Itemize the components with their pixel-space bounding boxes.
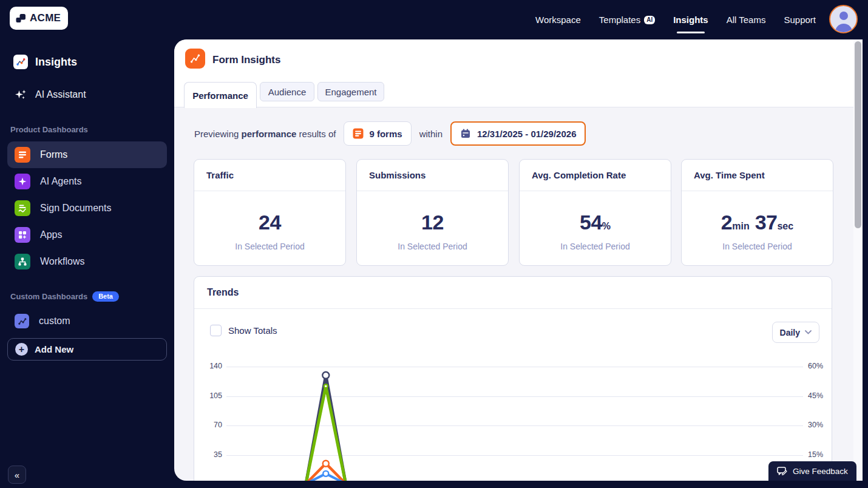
stat-subtitle: In Selected Period bbox=[235, 242, 304, 251]
chevron-double-left-icon: « bbox=[15, 470, 19, 480]
add-new-button[interactable]: + Add New bbox=[7, 338, 167, 361]
sidebar-item-workflows[interactable]: Workflows bbox=[7, 248, 167, 275]
person-icon bbox=[831, 7, 856, 32]
show-totals-checkbox[interactable] bbox=[210, 325, 222, 336]
product-dashboards-label: Product Dashboards bbox=[10, 125, 88, 134]
y-axis-left-tick: 70 bbox=[199, 421, 222, 429]
stat-subtitle: In Selected Period bbox=[722, 242, 792, 251]
interval-select[interactable]: Daily bbox=[772, 322, 819, 343]
scrollbar-thumb[interactable] bbox=[855, 41, 861, 228]
y-axis-left-tick: 105 bbox=[199, 391, 222, 400]
nav-support[interactable]: Support bbox=[784, 15, 816, 25]
gridline bbox=[226, 455, 803, 456]
apps-icon bbox=[15, 227, 30, 243]
sidebar-item-ai-assistant[interactable]: AI Assistant bbox=[13, 88, 86, 101]
sidebar-insights-header[interactable]: Insights bbox=[13, 55, 77, 69]
tab-engagement[interactable]: Engagement bbox=[317, 82, 384, 101]
y-axis-left-tick: 35 bbox=[199, 450, 222, 459]
sidebar-item-label: Forms bbox=[40, 149, 67, 160]
feedback-comment-edit-icon bbox=[777, 467, 787, 476]
form-insights-icon bbox=[185, 49, 205, 69]
sidebar-item-forms[interactable]: Forms bbox=[7, 141, 167, 168]
chevron-down-icon bbox=[805, 330, 812, 334]
nav-templates[interactable]: TemplatesAI bbox=[599, 15, 655, 25]
stat-title: Avg. Completion Rate bbox=[520, 160, 671, 191]
y-axis-right-tick: 45% bbox=[808, 391, 823, 400]
sparkles-icon bbox=[13, 88, 28, 101]
top-bar: ACME Workspace TemplatesAI Insights All … bbox=[0, 0, 868, 39]
stat-value: 2min 37sec bbox=[721, 211, 793, 237]
sidebar-item-apps[interactable]: Apps bbox=[7, 222, 167, 248]
sidebar-item-label: Apps bbox=[40, 229, 62, 240]
give-feedback-button[interactable]: Give Feedback bbox=[768, 461, 856, 481]
y-axis-left-tick: 140 bbox=[199, 362, 222, 370]
interval-value: Daily bbox=[780, 328, 800, 337]
stat-card-completion-rate: Avg. Completion Rate 54% In Selected Per… bbox=[519, 159, 671, 266]
sidebar-item-sign-documents[interactable]: Sign Documents bbox=[7, 195, 167, 222]
sign-documents-icon bbox=[15, 200, 30, 216]
gridline bbox=[226, 425, 803, 426]
filter-row: Previewing performance results of 9 form… bbox=[194, 121, 586, 146]
logo-text: ACME bbox=[30, 12, 61, 24]
date-range-value: 12/31/2025 - 01/29/2026 bbox=[477, 129, 576, 139]
custom-dashboards-label: Custom Dashboards Beta bbox=[10, 291, 119, 302]
stat-card-time-spent: Avg. Time Spent 2min 37sec In Selected P… bbox=[681, 159, 833, 266]
sidebar-item-label: Workflows bbox=[40, 256, 85, 267]
show-totals-label: Show Totals bbox=[228, 325, 277, 336]
forms-icon bbox=[15, 147, 30, 163]
sidebar: Insights AI Assistant Product Dashboards… bbox=[0, 39, 174, 488]
top-navigation: Workspace TemplatesAI Insights All Teams… bbox=[535, 0, 816, 39]
y-axis-right-tick: 15% bbox=[808, 450, 823, 459]
nav-insights[interactable]: Insights bbox=[673, 15, 708, 25]
sidebar-title: Insights bbox=[35, 56, 77, 69]
nav-all-teams[interactable]: All Teams bbox=[727, 15, 766, 25]
nav-workspace[interactable]: Workspace bbox=[535, 15, 581, 25]
acme-logo-icon bbox=[15, 13, 27, 24]
tab-performance[interactable]: Performance bbox=[184, 82, 257, 108]
show-totals-toggle[interactable]: Show Totals bbox=[210, 325, 277, 336]
stat-subtitle: In Selected Period bbox=[560, 242, 629, 251]
page-title: Form Insights bbox=[212, 54, 280, 66]
stat-subtitle: In Selected Period bbox=[398, 242, 467, 251]
product-dashboards-list: Forms AI Agents Sign Documents Apps Work… bbox=[7, 141, 167, 275]
main-panel: Form Insights Performance Audience Engag… bbox=[174, 39, 863, 481]
sidebar-item-label: Sign Documents bbox=[40, 203, 111, 214]
stat-card-submissions: Submissions 12 In Selected Period bbox=[356, 159, 509, 266]
y-axis-right-tick: 30% bbox=[808, 421, 823, 429]
stat-card-traffic: Traffic 24 In Selected Period bbox=[194, 159, 346, 266]
sidebar-item-ai-agents[interactable]: AI Agents bbox=[7, 168, 167, 195]
calendar-icon bbox=[460, 128, 471, 139]
stat-title: Avg. Time Spent bbox=[682, 160, 833, 191]
sidebar-item-custom[interactable]: custom bbox=[7, 308, 167, 334]
trends-chart bbox=[226, 361, 803, 481]
tab-audience[interactable]: Audience bbox=[260, 82, 314, 101]
scrollbar-track[interactable] bbox=[853, 39, 863, 481]
stat-value: 12 bbox=[421, 211, 444, 237]
filter-description: Previewing performance results of bbox=[194, 129, 336, 139]
custom-dashboard-icon bbox=[15, 314, 29, 328]
sidebar-item-label: custom bbox=[39, 316, 70, 327]
form-icon bbox=[353, 128, 364, 139]
sidebar-collapse-button[interactable]: « bbox=[8, 466, 26, 484]
sidebar-item-label: AI Agents bbox=[40, 176, 82, 187]
date-range-picker[interactable]: 12/31/2025 - 01/29/2026 bbox=[450, 121, 586, 146]
stat-value: 54% bbox=[580, 211, 611, 237]
insights-logo-icon bbox=[13, 55, 28, 69]
forms-selector-value: 9 forms bbox=[369, 129, 402, 139]
user-avatar[interactable] bbox=[829, 5, 858, 33]
within-label: within bbox=[419, 129, 442, 139]
acme-logo[interactable]: ACME bbox=[10, 7, 68, 30]
gridline bbox=[226, 367, 803, 367]
beta-badge: Beta bbox=[92, 291, 119, 302]
stat-title: Submissions bbox=[357, 160, 508, 191]
sidebar-item-label: AI Assistant bbox=[35, 89, 86, 100]
y-axis-right-tick: 60% bbox=[808, 362, 823, 370]
feedback-label: Give Feedback bbox=[793, 467, 848, 476]
workflows-icon bbox=[15, 254, 30, 269]
stat-value: 24 bbox=[259, 211, 281, 237]
gridline bbox=[226, 396, 803, 397]
trends-title: Trends bbox=[194, 277, 832, 309]
forms-selector-button[interactable]: 9 forms bbox=[344, 121, 411, 146]
page-header: Form Insights Performance Audience Engag… bbox=[174, 39, 863, 107]
ai-agents-icon bbox=[15, 174, 30, 189]
